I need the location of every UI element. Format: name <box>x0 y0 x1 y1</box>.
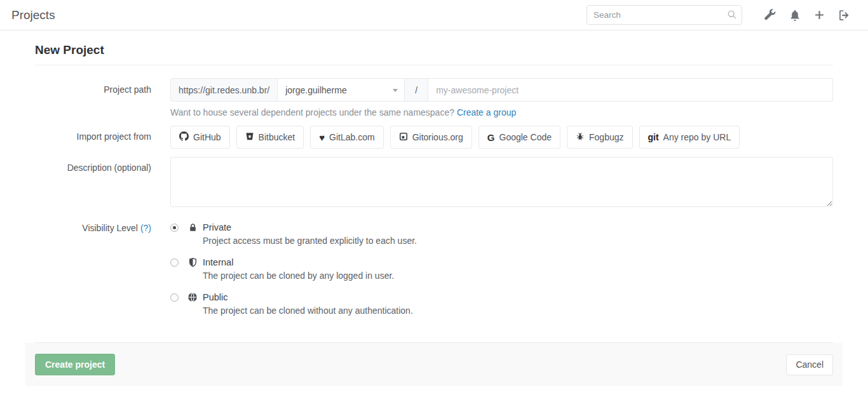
namespace-select[interactable]: jorge.guilherme <box>278 78 405 102</box>
globe-icon <box>187 292 198 302</box>
public-description: The project can be cloned without any au… <box>203 305 413 316</box>
import-row: Import project from GitHub Bitbucket <box>35 126 833 149</box>
url-prefix-addon: https://git.redes.unb.br/ <box>170 78 278 102</box>
namespace-help-text: Want to house several dependent projects… <box>170 107 454 117</box>
github-icon <box>179 131 189 143</box>
create-group-link[interactable]: Create a group <box>457 107 516 117</box>
top-navbar: Projects <box>0 0 868 30</box>
visibility-option-public: Public The project can be cloned without… <box>170 292 833 316</box>
internal-title: Internal <box>203 257 394 268</box>
form-actions: Create project Cancel <box>25 343 843 386</box>
import-button-label: Fogbugz <box>589 132 623 142</box>
git-word-icon: git <box>648 133 659 142</box>
project-name-input[interactable] <box>428 78 833 102</box>
import-button-label: Any repo by URL <box>663 132 731 142</box>
visibility-row: Visibility Level (?) Private Project acc… <box>35 222 833 326</box>
cancel-button[interactable]: Cancel <box>786 354 833 375</box>
bitbucket-icon <box>245 132 254 143</box>
internal-radio[interactable] <box>170 258 179 267</box>
create-project-button[interactable]: Create project <box>35 354 115 375</box>
page-title: New Project <box>35 43 833 57</box>
import-button-label: Google Code <box>499 132 552 142</box>
navbar-title: Projects <box>11 8 55 22</box>
import-any-repo-button[interactable]: git Any repo by URL <box>639 126 740 149</box>
shield-icon <box>187 257 198 268</box>
notifications-bell-icon[interactable] <box>782 5 807 25</box>
page-container: New Project Project path https://git.red… <box>25 43 843 386</box>
admin-wrench-icon[interactable] <box>757 5 782 25</box>
description-row: Description (optional) <box>35 157 833 207</box>
new-project-plus-icon[interactable] <box>807 5 832 25</box>
import-label: Import project from <box>35 126 170 149</box>
sign-out-icon[interactable] <box>832 5 857 25</box>
title-divider <box>35 65 833 65</box>
project-path-label: Project path <box>35 78 170 117</box>
path-separator-addon: / <box>405 78 428 102</box>
private-title: Private <box>203 222 417 233</box>
chevron-down-icon <box>393 89 398 92</box>
namespace-selected-value: jorge.guilherme <box>285 85 347 95</box>
project-path-input-group: https://git.redes.unb.br/ jorge.guilherm… <box>170 78 833 102</box>
namespace-help: Want to house several dependent projects… <box>170 107 833 117</box>
search-box <box>587 5 742 25</box>
visibility-label-text: Visibility Level <box>82 223 138 233</box>
import-button-label: Bitbucket <box>259 132 295 142</box>
private-radio[interactable] <box>170 224 179 232</box>
import-fogbugz-button[interactable]: Fogbugz <box>567 126 632 149</box>
lock-icon <box>187 222 198 233</box>
bug-icon <box>576 132 585 143</box>
public-radio[interactable] <box>170 293 179 302</box>
import-github-button[interactable]: GitHub <box>170 126 230 149</box>
import-button-label: GitHub <box>193 132 221 142</box>
import-gitorious-button[interactable]: Gitorious.org <box>390 126 472 149</box>
visibility-option-private: Private Project access must be granted e… <box>170 222 833 246</box>
private-description: Project access must be granted explicitl… <box>203 236 417 246</box>
import-button-label: Gitorious.org <box>412 132 463 142</box>
navbar-actions <box>587 5 857 25</box>
import-google-code-button[interactable]: G Google Code <box>478 126 560 149</box>
heart-icon: ♥ <box>319 133 325 142</box>
import-button-label: GitLab.com <box>329 132 375 142</box>
visibility-label: Visibility Level (?) <box>35 222 170 326</box>
gitorious-icon <box>399 132 408 143</box>
google-g-icon: G <box>487 133 495 142</box>
project-path-row: Project path https://git.redes.unb.br/ j… <box>35 78 833 117</box>
description-textarea[interactable] <box>170 157 833 207</box>
import-bitbucket-button[interactable]: Bitbucket <box>236 126 304 149</box>
search-input[interactable] <box>587 5 742 25</box>
internal-description: The project can be cloned by any logged … <box>203 271 394 281</box>
visibility-option-internal: Internal The project can be cloned by an… <box>170 257 833 281</box>
public-title: Public <box>203 292 413 303</box>
import-gitlab-com-button[interactable]: ♥ GitLab.com <box>310 126 384 149</box>
import-buttons: GitHub Bitbucket ♥ GitLab.com <box>170 126 833 149</box>
visibility-help-link[interactable]: (?) <box>140 223 151 233</box>
description-label: Description (optional) <box>35 157 170 207</box>
